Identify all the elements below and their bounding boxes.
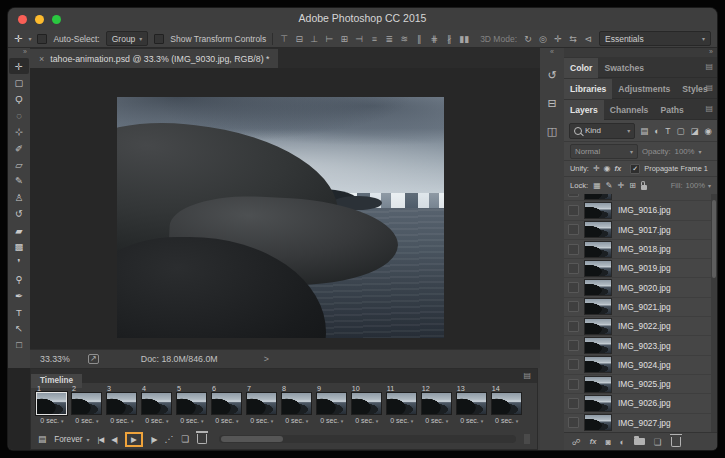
filter-kind-dropdown[interactable]: Kind ▾ [569, 123, 635, 139]
lasso-tool[interactable]: Ϙ [8, 91, 30, 107]
clone-stamp-tool[interactable]: ♙ [8, 189, 30, 205]
workspace-dropdown[interactable]: Essentials ▾ [599, 31, 711, 46]
frame-7[interactable]: 7 0 sec. ▾ [245, 384, 279, 431]
tab-channels[interactable]: Channels [604, 100, 655, 120]
tab-layers[interactable]: Layers [564, 100, 604, 120]
align-left-edges-icon[interactable]: ⊢ [324, 34, 334, 44]
new-group-icon[interactable] [634, 438, 645, 445]
lock-all-icon[interactable] [641, 185, 647, 190]
layer-visibility-checkbox[interactable] [568, 359, 579, 370]
distribute-bottom-edges-icon[interactable]: ≋ [399, 34, 409, 44]
lock-artboard-icon[interactable]: ⊞ [629, 181, 636, 190]
layer-visibility-checkbox[interactable] [568, 194, 579, 197]
document-image[interactable] [117, 97, 444, 338]
new-layer-icon[interactable]: ❏ [654, 437, 662, 447]
frame-4[interactable]: 4 0 sec. ▾ [140, 384, 174, 431]
auto-select-dropdown[interactable]: Group ▾ [106, 31, 149, 46]
layer-row-IMG_9017.jpg[interactable]: IMG_9017.jpg [564, 221, 717, 240]
3d-pan-icon[interactable]: ✛ [553, 34, 563, 44]
tab-paths[interactable]: Paths [654, 100, 689, 120]
frame-2[interactable]: 2 0 sec. ▾ [70, 384, 104, 431]
tool-preset-caret-icon[interactable]: ▾ [28, 35, 31, 42]
3d-slide-icon[interactable]: ⇆ [568, 34, 578, 44]
layer-visibility-checkbox[interactable] [568, 398, 579, 409]
document-size-info[interactable]: Doc: 18.0M/846.0M [141, 354, 218, 364]
document-tab[interactable]: × tahoe-animation.psd @ 33.3% (IMG_9030.… [30, 49, 278, 69]
play-button[interactable]: ▶ [131, 435, 137, 444]
link-layers-icon[interactable]: ☍ [572, 437, 581, 447]
lock-position-icon[interactable]: ✛ [617, 181, 624, 190]
current-tool-icon[interactable]: ✛ [14, 33, 22, 44]
show-transform-checkbox[interactable] [154, 34, 164, 44]
fill-value[interactable]: 100% [686, 181, 705, 190]
canvas[interactable] [30, 68, 540, 350]
frame-14[interactable]: 14 0 sec. ▾ [490, 384, 524, 431]
history-brush-tool[interactable]: ↺ [8, 206, 30, 222]
blur-tool[interactable]: ❜ [8, 255, 30, 271]
layer-row-IMG_9024.jpg[interactable]: IMG_9024.jpg [564, 356, 717, 375]
first-frame-button[interactable]: |◀ [98, 435, 104, 444]
gradient-tool[interactable]: ▩ [8, 238, 30, 254]
tab-adjustments[interactable]: Adjustments [612, 79, 676, 99]
timeline-scrollbar[interactable] [219, 435, 516, 443]
panel-menu-icon[interactable]: ▤ [705, 83, 713, 92]
frame-12[interactable]: 12 0 sec. ▾ [420, 384, 454, 431]
delete-frame-button[interactable] [197, 434, 207, 444]
filter-smart-objects-icon[interactable]: ◪ [691, 126, 699, 136]
distribute-spacing-icon[interactable]: ▮▮ [459, 34, 469, 44]
pen-tool[interactable]: ✒ [8, 287, 30, 303]
auto-select-checkbox[interactable] [37, 34, 47, 44]
crop-tool[interactable]: ⊹ [8, 124, 30, 140]
move-tool[interactable]: ✛ [9, 58, 29, 74]
frame-1[interactable]: 1 0 sec. ▾ [35, 384, 69, 431]
frame-9[interactable]: 9 0 sec. ▾ [315, 384, 349, 431]
layer-row-partial-top[interactable] [564, 194, 717, 201]
path-selection-tool[interactable]: ↖ [8, 320, 30, 336]
panel-menu-icon[interactable]: ▤ [705, 62, 713, 71]
layer-visibility-checkbox[interactable] [568, 282, 579, 293]
layer-visibility-checkbox[interactable] [568, 244, 579, 255]
frame-11[interactable]: 11 0 sec. ▾ [385, 384, 419, 431]
rectangular-marquee-tool[interactable]: ▢ [8, 74, 30, 90]
layers-scrollbar[interactable] [711, 194, 717, 432]
expand-panels-icon[interactable]: « [540, 48, 564, 58]
brush-tool[interactable]: ✎ [8, 173, 30, 189]
layer-row-IMG_9025.jpg[interactable]: IMG_9025.jpg [564, 375, 717, 394]
layer-row-IMG_9019.jpg[interactable]: IMG_9019.jpg [564, 259, 717, 278]
align-vertical-centers-icon[interactable]: ⊟ [294, 34, 304, 44]
frame-13[interactable]: 13 0 sec. ▾ [455, 384, 489, 431]
layer-visibility-checkbox[interactable] [568, 417, 579, 428]
distribute-vertical-centers-icon[interactable]: ≣ [384, 34, 394, 44]
loop-count-dropdown[interactable]: Forever ▾ [54, 435, 89, 444]
distribute-right-edges-icon[interactable]: ∦ [444, 34, 454, 44]
title-bar[interactable]: Adobe Photoshop CC 2015 [8, 8, 717, 31]
layer-row-IMG_9022.jpg[interactable]: IMG_9022.jpg [564, 317, 717, 336]
convert-video-timeline-button[interactable]: ▤ [38, 434, 46, 444]
previous-frame-button[interactable]: ◀| [111, 435, 117, 444]
export-icon[interactable]: ↗ [88, 354, 99, 364]
spot-healing-brush-tool[interactable]: ▱ [8, 156, 30, 172]
delete-layer-icon[interactable] [671, 437, 681, 447]
timeline-scrollbar-thumb[interactable] [221, 436, 283, 442]
frame-10[interactable]: 10 0 sec. ▾ [350, 384, 384, 431]
eyedropper-tool[interactable]: ✐ [8, 140, 30, 156]
layer-visibility-checkbox[interactable] [568, 379, 579, 390]
distribute-top-edges-icon[interactable]: ≡ [369, 34, 379, 44]
distribute-horizontal-centers-icon[interactable]: ⋕ [429, 34, 439, 44]
properties-panel-icon[interactable]: ⊟ [540, 92, 564, 114]
info-panel-icon[interactable]: ◫ [540, 120, 564, 142]
tab-libraries[interactable]: Libraries [564, 79, 612, 99]
frame-6[interactable]: 6 0 sec. ▾ [210, 384, 244, 431]
layer-visibility-checkbox[interactable] [568, 321, 579, 332]
quick-selection-tool[interactable]: ◌ [8, 107, 30, 123]
shape-tool[interactable]: □ [8, 337, 30, 353]
toolbar-overflow-icon[interactable]: » [8, 48, 30, 58]
tween-button[interactable]: ⋰ [164, 434, 173, 444]
layer-visibility-checkbox[interactable] [568, 205, 579, 216]
layer-visibility-checkbox[interactable] [568, 224, 579, 235]
unify-style-icon[interactable]: fx [615, 164, 622, 173]
type-tool[interactable]: T [8, 304, 30, 320]
timeline-menu-icon[interactable]: ▤ [523, 371, 531, 380]
timeline-resize-grip[interactable] [524, 434, 530, 444]
tab-color[interactable]: Color [564, 58, 598, 78]
